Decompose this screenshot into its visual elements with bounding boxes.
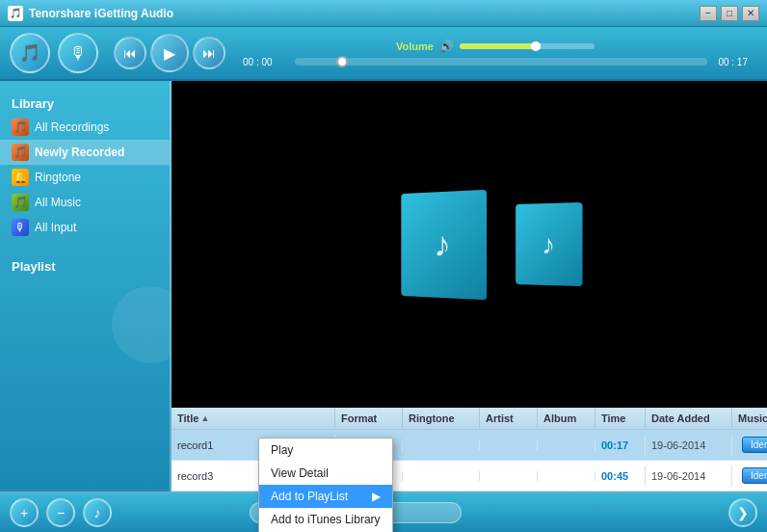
ringtone-label: Ringtone: [35, 171, 81, 184]
cell-musicid-1[interactable]: Identify: [732, 430, 767, 460]
cell-artist-2: [480, 471, 538, 481]
player-controls: ⏮ ▶ ⏭: [114, 34, 225, 72]
sidebar: Library 🎵 All Recordings 🎵 Newly Recorde…: [0, 81, 172, 492]
all-music-icon: 🎵: [12, 194, 29, 211]
playlist-button[interactable]: ♪: [83, 498, 112, 527]
mic-icon: 🎙: [69, 43, 87, 64]
time-total: 00 : 17: [713, 57, 748, 67]
col-ringtone: Ringtone: [403, 408, 480, 429]
minimize-button[interactable]: −: [700, 6, 717, 21]
playlist-icon: ♪: [94, 505, 101, 520]
app-title: Tenorshare iGetting Audio: [29, 7, 173, 20]
progress-bar[interactable]: [295, 58, 707, 66]
cell-album-2: [538, 471, 595, 481]
add-icon: +: [20, 505, 28, 520]
cell-album-1: [538, 440, 595, 450]
col-title: Title ▲: [172, 408, 335, 429]
music-note-icon: ♪: [434, 224, 451, 264]
ctx-play[interactable]: Play: [259, 439, 392, 462]
sidebar-item-all-input[interactable]: 🎙 All Input: [0, 215, 170, 240]
content-area: ♪ ♪ Title ▲ Format Ringtone Artist Album…: [172, 81, 767, 492]
remove-icon: −: [57, 505, 65, 520]
progress-thumb[interactable]: [336, 56, 348, 67]
library-section-title: Library: [0, 91, 170, 115]
ringtone-icon: 🔔: [12, 169, 29, 186]
close-button[interactable]: ✕: [742, 6, 759, 21]
cell-time-1: 00:17: [595, 435, 646, 456]
table-header: Title ▲ Format Ringtone Artist Album Tim…: [172, 408, 767, 430]
all-recordings-icon: 🎵: [12, 119, 29, 136]
volume-slider[interactable]: [460, 43, 595, 49]
cell-musicid-2[interactable]: Identify: [732, 461, 767, 491]
title-bar: 🎵 Tenorshare iGetting Audio − □ ✕: [0, 0, 767, 27]
sidebar-item-all-recordings[interactable]: 🎵 All Recordings: [0, 115, 170, 140]
sidebar-item-all-music[interactable]: 🎵 All Music: [0, 190, 170, 215]
volume-label: Volume: [396, 40, 434, 52]
col-format: Format: [335, 408, 403, 429]
cell-date-1: 19-06-2014: [646, 435, 732, 456]
all-music-label: All Music: [35, 196, 81, 209]
all-input-icon: 🎙: [12, 219, 29, 236]
volume-row: Volume 🔊: [243, 40, 748, 53]
progress-row: 00 : 00 00 : 17: [243, 57, 748, 67]
prev-icon: ⏮: [123, 45, 137, 61]
time-elapsed: 00 : 00: [243, 57, 289, 67]
volume-area: Volume 🔊 00 : 00 00 : 17: [233, 36, 757, 71]
record-tab-button[interactable]: 🎙: [58, 33, 98, 73]
toolbar: 🎵 🎙 ⏮ ▶ ⏭ Volume 🔊 00 : 00 00 : 17: [0, 27, 767, 81]
sidebar-item-newly-recorded[interactable]: 🎵 Newly Recorded: [0, 140, 170, 165]
music-icon: 🎵: [19, 42, 40, 64]
forward-button[interactable]: ❯: [728, 498, 757, 527]
add-button[interactable]: +: [10, 498, 39, 527]
sidebar-item-ringtone[interactable]: 🔔 Ringtone: [0, 165, 170, 190]
sort-arrow: ▲: [200, 413, 209, 423]
cell-time-2: 00:45: [595, 466, 646, 487]
album-cover-large: ♪: [401, 189, 487, 299]
col-time: Time: [595, 408, 646, 429]
all-recordings-label: All Recordings: [35, 120, 109, 134]
remove-button[interactable]: −: [46, 498, 75, 527]
music-tab-button[interactable]: 🎵: [10, 33, 50, 73]
prev-button[interactable]: ⏮: [114, 37, 146, 69]
cell-date-2: 19-06-2014: [646, 466, 732, 487]
ctx-view-detail[interactable]: View Detail: [259, 462, 392, 485]
ctx-add-itunes[interactable]: Add to iTunes Library: [259, 508, 392, 531]
next-icon: ⏭: [202, 45, 216, 61]
title-bar-left: 🎵 Tenorshare iGetting Audio: [8, 6, 173, 21]
identify-button-1[interactable]: Identify: [742, 437, 767, 453]
album-cover-small: ♪: [516, 202, 582, 286]
col-album: Album: [538, 408, 595, 429]
video-area: ♪ ♪: [172, 81, 767, 408]
newly-recorded-icon: 🎵: [12, 144, 29, 161]
ctx-add-playlist[interactable]: Add to PlayList ▶: [259, 485, 392, 508]
maximize-button[interactable]: □: [721, 6, 738, 21]
identify-button-2[interactable]: Identify: [742, 467, 767, 484]
cell-ringtone-1: [403, 440, 480, 450]
app-icon: 🎵: [8, 6, 23, 21]
play-button[interactable]: ▶: [150, 34, 189, 72]
all-input-label: All Input: [35, 221, 76, 234]
col-artist: Artist: [480, 408, 538, 429]
playlist-section-title: Playlist: [0, 253, 170, 278]
col-musicid: MusicID: [732, 408, 767, 429]
window-controls[interactable]: − □ ✕: [700, 6, 759, 21]
music-note-icon-2: ♪: [542, 228, 555, 259]
main-layout: Library 🎵 All Recordings 🎵 Newly Recorde…: [0, 81, 767, 492]
newly-recorded-label: Newly Recorded: [35, 146, 124, 159]
forward-icon: ❯: [737, 505, 749, 520]
col-date: Date Added: [646, 408, 732, 429]
cell-ringtone-2: [403, 471, 480, 481]
context-menu: Play View Detail Add to PlayList ▶ Add t…: [258, 438, 393, 532]
play-icon: ▶: [164, 44, 175, 63]
next-button[interactable]: ⏭: [193, 37, 225, 69]
submenu-arrow-icon: ▶: [372, 490, 381, 503]
cell-artist-1: [480, 440, 538, 450]
volume-icon: 🔊: [439, 40, 454, 53]
